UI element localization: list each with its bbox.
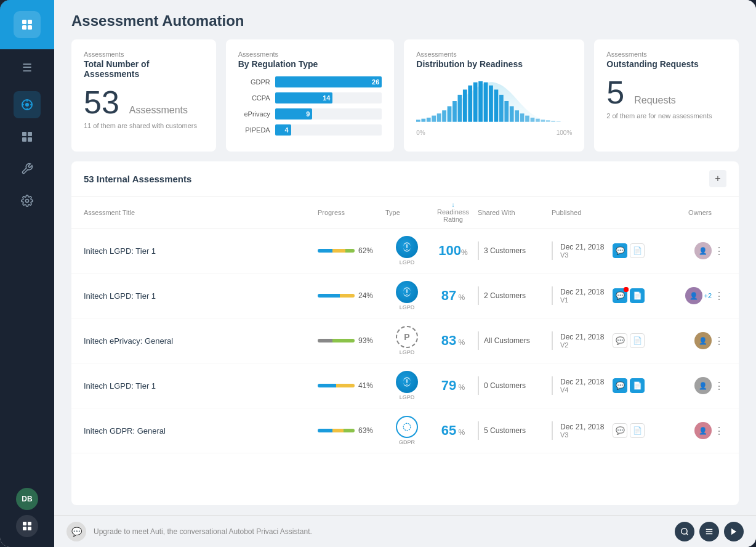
svg-rect-2 xyxy=(22,25,26,30)
req-card-label: Assessments xyxy=(606,51,726,58)
bottom-actions xyxy=(675,522,744,541)
dist-card-title: Distribution by Readiness xyxy=(416,59,572,69)
svg-rect-12 xyxy=(22,137,26,142)
sidebar-item-settings[interactable] xyxy=(14,187,41,214)
svg-rect-45 xyxy=(552,121,556,122)
distribution-chart xyxy=(416,76,572,126)
svg-rect-42 xyxy=(536,119,540,122)
type-badge-lgpd xyxy=(396,371,418,393)
bar-pipeda: PIPEDA 4 xyxy=(238,124,382,136)
sidebar-item-tools[interactable] xyxy=(14,155,41,182)
col-header-shared: Shared With xyxy=(478,209,552,216)
svg-rect-11 xyxy=(28,132,32,136)
row-published: Dec 21, 2018 V2 💬 📄 xyxy=(552,331,650,350)
total-card-label: Assessments xyxy=(84,51,204,58)
type-label: GDPR xyxy=(399,439,415,445)
type-badge-lgpd xyxy=(396,236,418,258)
regulation-card: Assessments By Regulation Type GDPR 26 C… xyxy=(226,39,395,152)
readiness-number: 83 xyxy=(441,333,456,348)
reg-card-label: Assessments xyxy=(238,51,382,58)
svg-rect-43 xyxy=(541,120,545,121)
page-title: Assessment Automation xyxy=(71,12,739,30)
type-label: LGPD xyxy=(400,259,415,265)
filter-action-button[interactable] xyxy=(699,522,719,541)
row-progress: 41% xyxy=(318,381,385,390)
svg-rect-21 xyxy=(427,118,431,122)
document-icon[interactable]: 📄 xyxy=(630,243,645,258)
svg-rect-0 xyxy=(22,20,26,24)
progress-pct: 62% xyxy=(358,246,373,255)
chat-icon[interactable]: 💬 xyxy=(613,378,627,393)
row-menu-button[interactable]: ⋮ xyxy=(712,425,726,437)
svg-rect-1 xyxy=(28,20,32,24)
add-assessment-button[interactable]: + xyxy=(709,170,726,187)
svg-marker-53 xyxy=(731,528,736,535)
document-icon[interactable]: 📄 xyxy=(630,423,645,438)
row-readiness: 100% xyxy=(428,243,478,259)
row-shared: 2 Customers xyxy=(478,286,552,305)
row-menu-button[interactable]: ⋮ xyxy=(712,335,726,347)
row-progress: 24% xyxy=(318,291,385,300)
bottom-bar-text: Upgrade to meet Auti, the conversational… xyxy=(94,527,667,536)
chat-icon[interactable]: 💬 xyxy=(613,423,627,438)
table-row: Initech LGPD: Tier 1 41% xyxy=(71,363,739,408)
svg-rect-31 xyxy=(478,81,483,122)
document-icon[interactable]: 📄 xyxy=(630,288,645,303)
row-owners: 👤 +2 xyxy=(650,287,712,304)
row-assessment-title: Initech LGPD: Tier 1 xyxy=(84,291,318,301)
svg-rect-18 xyxy=(28,527,31,530)
svg-rect-23 xyxy=(437,113,441,121)
row-shared: 0 Customers xyxy=(478,376,552,395)
table-row: Initech GDPR: General 63% xyxy=(71,408,739,453)
total-assessments-card: Assessments Total Number of Assessments … xyxy=(71,39,216,152)
chat-icon[interactable]: 💬 xyxy=(613,333,627,348)
shared-text: 5 Customers xyxy=(484,426,526,435)
row-type: GDPR xyxy=(385,416,428,445)
shared-text: All Customers xyxy=(484,336,530,345)
row-progress: 93% xyxy=(318,336,385,345)
chat-icon[interactable]: 💬 xyxy=(613,243,627,258)
progress-bar xyxy=(318,294,355,298)
document-icon[interactable]: 📄 xyxy=(630,378,645,393)
user-avatar[interactable]: DB xyxy=(16,488,38,510)
col-header-assessment: Assessment Title xyxy=(84,209,318,216)
row-menu-button[interactable]: ⋮ xyxy=(712,290,726,302)
row-published: Dec 21, 2018 V1 💬 📄 xyxy=(552,286,650,305)
req-number: 5 xyxy=(606,76,624,108)
col-header-readiness: ↓ Readiness Rating xyxy=(428,201,478,223)
menu-button[interactable]: ☰ xyxy=(0,54,54,81)
dist-axis-min: 0% xyxy=(416,129,425,136)
shared-text: 2 Customers xyxy=(484,291,526,300)
bar-ccpa: CCPA 14 xyxy=(238,92,382,103)
row-owners: 👤 xyxy=(650,377,712,394)
row-shared: 5 Customers xyxy=(478,421,552,440)
row-menu-button[interactable]: ⋮ xyxy=(712,245,726,257)
bar-track: 14 xyxy=(275,92,382,103)
readiness-number: 100 xyxy=(438,243,461,258)
svg-rect-13 xyxy=(28,137,32,142)
svg-rect-29 xyxy=(468,86,473,122)
document-icon[interactable]: 📄 xyxy=(630,333,645,348)
svg-rect-10 xyxy=(22,132,26,136)
owner-avatar: 👤 xyxy=(694,422,712,439)
reg-card-title: By Regulation Type xyxy=(238,59,382,69)
outstanding-card: Assessments Outstanding Requests 5 Reque… xyxy=(594,39,739,152)
svg-rect-20 xyxy=(422,119,426,122)
row-menu-button[interactable]: ⋮ xyxy=(712,380,726,392)
svg-rect-38 xyxy=(515,110,520,122)
svg-rect-40 xyxy=(525,116,529,122)
bar-eprivacy: ePrivacy 9 xyxy=(238,108,382,120)
type-badge-gdpr xyxy=(396,416,418,438)
navigate-action-button[interactable] xyxy=(724,522,744,541)
page-header: Assessment Automation xyxy=(54,0,756,39)
type-label: LGPD xyxy=(400,304,415,310)
owner-avatar: 👤 xyxy=(694,332,712,349)
sidebar-dots-button[interactable] xyxy=(16,515,38,537)
svg-rect-25 xyxy=(448,106,452,121)
sidebar-item-network[interactable] xyxy=(14,91,41,118)
logo-icon xyxy=(14,11,41,38)
sidebar-item-grid[interactable] xyxy=(14,123,41,150)
chat-icon[interactable]: 💬 xyxy=(613,288,627,303)
search-action-button[interactable] xyxy=(675,522,694,541)
bar-label: CCPA xyxy=(238,94,270,102)
